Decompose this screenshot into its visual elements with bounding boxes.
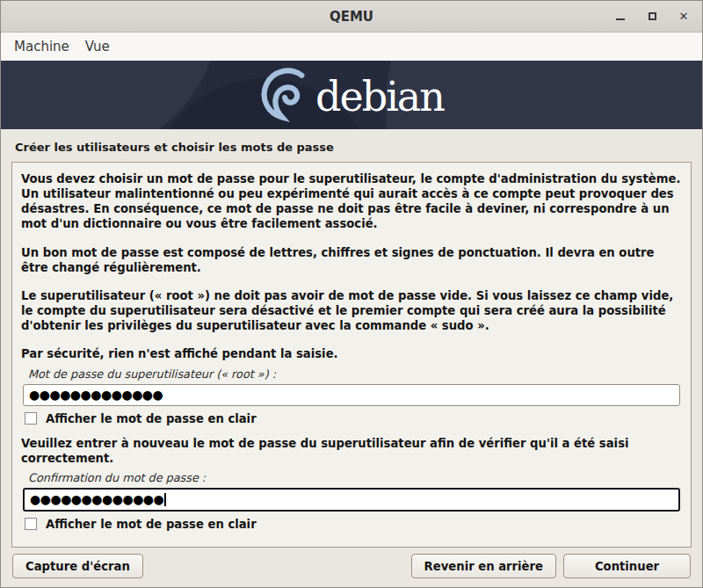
confirm-password-label: Confirmation du mot de passe : bbox=[28, 471, 682, 484]
confirm-password-masked-value: ●●●●●●●●●●●●● bbox=[30, 492, 163, 506]
show-password-checkbox-2[interactable] bbox=[25, 518, 37, 530]
close-button[interactable]: ✕ bbox=[674, 7, 693, 26]
security-paragraph: Par sécurité, rien n'est affiché pendant… bbox=[21, 346, 682, 361]
go-back-button[interactable]: Revenir en arrière bbox=[411, 554, 556, 578]
qemu-window: QEMU ✕ Machine Vue debian Créer les util… bbox=[0, 0, 703, 588]
intro-paragraph: Vous devez choisir un mot de passe pour … bbox=[21, 171, 682, 232]
show-password-checkbox-1[interactable] bbox=[25, 412, 37, 425]
root-password-masked-value: ●●●●●●●●●●●●● bbox=[29, 388, 163, 402]
confirm-password-input[interactable]: ●●●●●●●●●●●●● bbox=[23, 488, 680, 512]
nav-buttons: Revenir en arrière Continuer bbox=[411, 554, 691, 578]
installer-content: Créer les utilisateurs et choisir les mo… bbox=[1, 129, 702, 588]
window-title: QEMU bbox=[1, 9, 702, 25]
main-panel: Vous devez choisir un mot de passe pour … bbox=[11, 162, 692, 548]
show-password-row-2: Afficher le mot de passe en clair bbox=[25, 518, 682, 531]
debian-banner: debian bbox=[1, 61, 702, 129]
debian-swirl-icon bbox=[259, 66, 314, 124]
show-password-label-2: Afficher le mot de passe en clair bbox=[46, 518, 257, 531]
screenshot-button[interactable]: Capture d'écran bbox=[12, 554, 143, 578]
titlebar: QEMU ✕ bbox=[1, 1, 702, 33]
minimize-button[interactable] bbox=[611, 7, 630, 26]
menubar: Machine Vue bbox=[1, 33, 702, 61]
maximize-icon bbox=[649, 12, 656, 20]
show-password-label-1: Afficher le mot de passe en clair bbox=[46, 412, 257, 425]
root-empty-paragraph: Le superutilisateur (« root ») ne doit p… bbox=[21, 288, 682, 333]
debian-logo-text: debian bbox=[315, 76, 444, 117]
window-controls: ✕ bbox=[611, 1, 693, 32]
root-password-label: Mot de passe du superutilisateur (« root… bbox=[28, 367, 682, 381]
continue-button[interactable]: Continuer bbox=[563, 554, 691, 578]
maximize-button[interactable] bbox=[642, 7, 662, 26]
menu-machine[interactable]: Machine bbox=[6, 35, 77, 58]
confirm-paragraph: Veuillez entrer à nouveau le mot de pass… bbox=[21, 436, 682, 466]
minimize-icon bbox=[616, 18, 625, 20]
good-password-paragraph: Un bon mot de passe est composé de lettr… bbox=[21, 245, 682, 275]
show-password-row-1: Afficher le mot de passe en clair bbox=[25, 412, 682, 425]
root-password-input[interactable]: ●●●●●●●●●●●●● bbox=[23, 384, 680, 406]
page-title: Créer les utilisateurs et choisir les mo… bbox=[1, 129, 702, 162]
menu-vue[interactable]: Vue bbox=[77, 35, 118, 58]
footer-actions: Capture d'écran Revenir en arrière Conti… bbox=[1, 548, 702, 588]
close-icon: ✕ bbox=[679, 10, 689, 23]
debian-logo: debian bbox=[259, 66, 444, 124]
text-caret bbox=[164, 493, 166, 506]
